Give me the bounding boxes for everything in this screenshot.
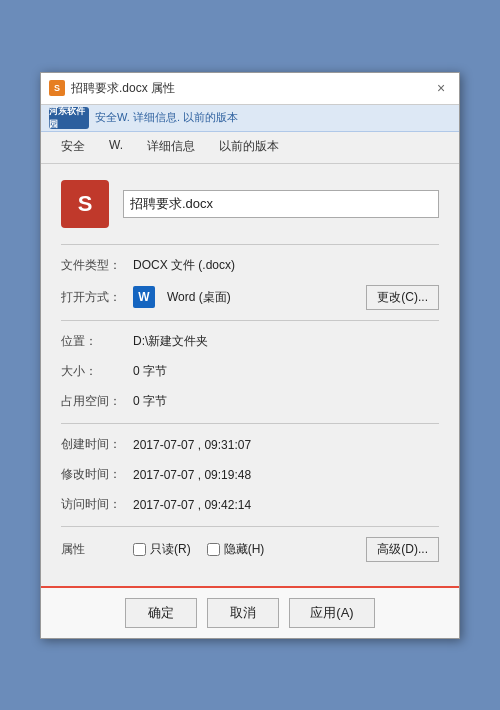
readonly-label: 只读(R) [150,541,191,558]
modified-value: 2017-07-07 , 09:19:48 [133,468,439,482]
created-row: 创建时间： 2017-07-07 , 09:31:07 [61,434,439,456]
open-with-row: 打开方式： W Word (桌面) 更改(C)... [61,285,439,310]
file-icon: S [61,180,109,228]
open-value: W Word (桌面) 更改(C)... [133,285,439,310]
accessed-label: 访问时间： [61,496,133,513]
word-icon: W [133,286,155,308]
hidden-checkbox-label[interactable]: 隐藏(H) [207,541,265,558]
close-button[interactable]: × [431,78,451,98]
divider-2 [61,320,439,321]
modified-row: 修改时间： 2017-07-07 , 09:19:48 [61,464,439,486]
type-label: 文件类型： [61,257,133,274]
tab-security[interactable]: 安全 [49,132,97,163]
divider-3 [61,423,439,424]
tab-w[interactable]: W. [97,132,135,163]
size-label: 大小： [61,363,133,380]
file-type-row: 文件类型： DOCX 文件 (.docx) [61,255,439,277]
created-label: 创建时间： [61,436,133,453]
change-button[interactable]: 更改(C)... [366,285,439,310]
size-value: 0 字节 [133,363,439,380]
type-value: DOCX 文件 (.docx) [133,257,439,274]
footer: 确定 取消 应用(A) [41,586,459,638]
file-header: S [61,180,439,228]
advanced-button[interactable]: 高级(D)... [366,537,439,562]
open-app-name: Word (桌面) [167,289,231,306]
cancel-button[interactable]: 取消 [207,598,279,628]
created-value: 2017-07-07 , 09:31:07 [133,438,439,452]
dialog: S 招聘要求.docx 属性 × 河东软件园 安全W. 详细信息. 以前的版本 … [40,72,460,639]
accessed-row: 访问时间： 2017-07-07 , 09:42:14 [61,494,439,516]
size-row: 大小： 0 字节 [61,361,439,383]
readonly-checkbox[interactable] [133,543,146,556]
attrs-controls: 只读(R) 隐藏(H) 高级(D)... [133,537,439,562]
accessed-value: 2017-07-07 , 09:42:14 [133,498,439,512]
watermark-logo: 河东软件园 [49,107,89,129]
location-label: 位置： [61,333,133,350]
tab-details[interactable]: 详细信息 [135,132,207,163]
tabs-bar: 安全 W. 详细信息 以前的版本 [41,132,459,164]
location-value: D:\新建文件夹 [133,333,439,350]
watermark-text: 安全W. 详细信息. 以前的版本 [95,110,238,125]
disk-row: 占用空间： 0 字节 [61,391,439,413]
disk-value: 0 字节 [133,393,439,410]
content-area: S 文件类型： DOCX 文件 (.docx) 打开方式： W Word (桌面… [41,164,459,586]
attrs-row: 属性 只读(R) 隐藏(H) 高级(D)... [61,537,439,562]
disk-label: 占用空间： [61,393,133,410]
watermark-bar: 河东软件园 安全W. 详细信息. 以前的版本 [41,105,459,132]
modified-label: 修改时间： [61,466,133,483]
tab-versions[interactable]: 以前的版本 [207,132,291,163]
title-icon: S [49,80,65,96]
divider-1 [61,244,439,245]
hidden-checkbox[interactable] [207,543,220,556]
location-row: 位置： D:\新建文件夹 [61,331,439,353]
open-label: 打开方式： [61,289,133,306]
attrs-label: 属性 [61,541,133,558]
title-bar: S 招聘要求.docx 属性 × [41,73,459,105]
file-name-input[interactable] [123,190,439,218]
apply-button[interactable]: 应用(A) [289,598,374,628]
hidden-label: 隐藏(H) [224,541,265,558]
readonly-checkbox-label[interactable]: 只读(R) [133,541,191,558]
window-title: 招聘要求.docx 属性 [71,80,431,97]
divider-4 [61,526,439,527]
ok-button[interactable]: 确定 [125,598,197,628]
